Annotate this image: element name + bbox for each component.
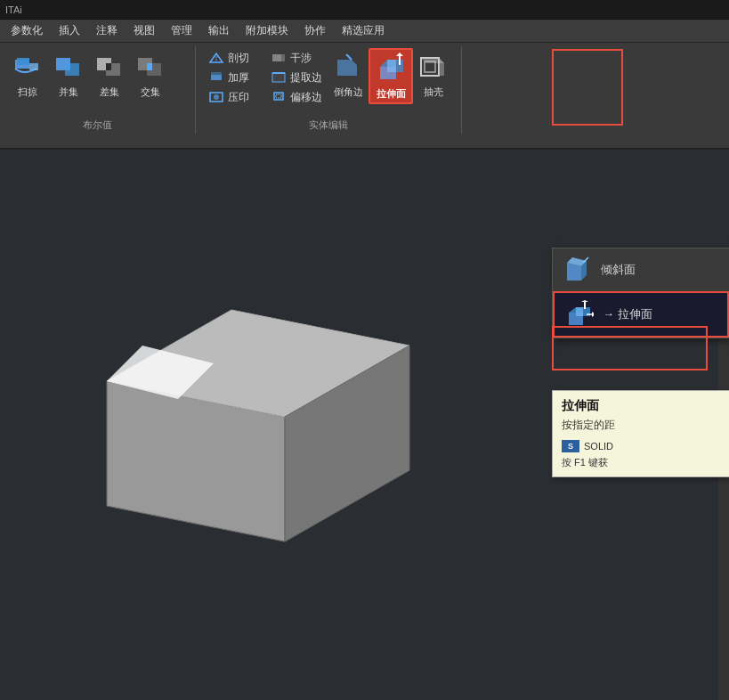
svg-rect-2 — [29, 63, 38, 70]
section-solid-edit-label: 实体编辑 — [196, 118, 461, 132]
btn-sweep[interactable]: 扫掠 — [7, 48, 48, 101]
btn-slice[interactable]: 剖切 — [203, 48, 265, 68]
svg-point-17 — [214, 94, 219, 100]
dropdown-panel: 倾斜面 → 拉伸面 — [552, 248, 729, 338]
btn-offset-edge[interactable]: 偏移边 — [265, 87, 328, 107]
btn-sweep-label: 扫掠 — [18, 85, 37, 99]
btn-thicken[interactable]: 加厚 — [203, 68, 265, 87]
menu-bar: 参数化 插入 注释 视图 管理 输出 附加模块 协作 精选应用 — [0, 20, 729, 43]
btn-imprint-label: 压印 — [228, 90, 249, 105]
menu-collaborate[interactable]: 协作 — [297, 21, 333, 40]
union-icon — [52, 50, 85, 84]
sweep-icon — [11, 50, 45, 84]
ribbon: 扫掠 并集 — [0, 43, 729, 150]
tooltip-f1: 按 F1 键获 — [562, 456, 720, 469]
slice-icon — [207, 49, 225, 67]
menu-manage[interactable]: 管理 — [164, 21, 199, 40]
svg-marker-24 — [337, 60, 357, 76]
interfere-icon — [270, 49, 288, 67]
svg-marker-52 — [592, 312, 594, 317]
svg-marker-48 — [576, 307, 583, 316]
btn-intersect[interactable]: 交集 — [130, 48, 171, 101]
extrude-face-drop-icon — [563, 298, 595, 330]
svg-rect-20 — [272, 73, 285, 82]
svg-rect-1 — [17, 58, 29, 65]
btn-chamfer-edge[interactable]: 倒角边 — [328, 48, 369, 101]
small-btns-left: 剖切 加厚 — [203, 48, 265, 107]
btn-interfere[interactable]: 干涉 — [265, 48, 328, 68]
svg-marker-50 — [581, 300, 588, 302]
3d-box — [36, 256, 481, 595]
svg-rect-19 — [278, 54, 285, 61]
btn-extract-edge-label: 提取边 — [290, 70, 322, 85]
svg-rect-5 — [56, 58, 70, 70]
tooltip-desc: 按指定的距 — [562, 418, 720, 433]
imprint-icon — [207, 88, 225, 106]
tooltip-source: S SOLID — [562, 440, 720, 452]
svg-rect-11 — [147, 63, 152, 70]
solid-source-icon: S — [562, 440, 579, 452]
tooltip-title: 拉伸面 — [562, 398, 720, 414]
dropdown-taper-label: 倾斜面 — [601, 262, 636, 278]
btn-shell-label: 抽壳 — [424, 85, 443, 99]
btn-intersect-label: 交集 — [141, 85, 160, 99]
svg-marker-31 — [396, 53, 403, 56]
btn-interfere-label: 干涉 — [290, 51, 312, 66]
svg-marker-29 — [387, 60, 396, 72]
menu-insert[interactable]: 插入 — [52, 21, 87, 40]
diff-icon — [93, 50, 126, 84]
menu-output[interactable]: 输出 — [201, 21, 237, 40]
btn-diff[interactable]: 差集 — [89, 48, 130, 101]
taper-face-icon — [562, 254, 594, 286]
extrude-face-icon — [374, 52, 408, 85]
menu-parametric[interactable]: 参数化 — [4, 21, 50, 40]
tooltip-box: 拉伸面 按指定的距 S SOLID 按 F1 键获 — [552, 390, 729, 477]
btn-diff-label: 差集 — [100, 85, 119, 99]
svg-rect-23 — [276, 94, 281, 98]
btn-slice-label: 剖切 — [228, 51, 249, 66]
dropdown-extrude-label: → 拉伸面 — [603, 306, 652, 322]
chamfer-edge-icon — [331, 50, 365, 84]
dropdown-item-taper[interactable]: 倾斜面 — [553, 248, 729, 291]
btn-extrude-face[interactable]: 拉伸面 — [369, 48, 413, 104]
svg-rect-8 — [106, 63, 111, 70]
btn-union-label: 并集 — [59, 85, 78, 99]
intersect-icon — [134, 50, 167, 84]
btn-union[interactable]: 并集 — [48, 48, 89, 101]
small-btns-right: 干涉 提取边 — [265, 48, 328, 107]
btn-thicken-label: 加厚 — [228, 70, 249, 85]
shell-icon — [417, 50, 450, 84]
menu-addons[interactable]: 附加模块 — [239, 21, 296, 40]
extract-edge-icon — [270, 69, 288, 86]
menu-annotation[interactable]: 注释 — [89, 21, 125, 40]
dropdown-item-extrude[interactable]: → 拉伸面 — [553, 291, 729, 338]
btn-shell[interactable]: 抽壳 — [413, 48, 454, 101]
section-boolean-label: 布尔值 — [0, 118, 195, 132]
menu-view[interactable]: 视图 — [126, 21, 162, 40]
tooltip-source-label: SOLID — [584, 441, 613, 452]
btn-extract-edge[interactable]: 提取边 — [265, 68, 328, 87]
btn-offset-edge-label: 偏移边 — [290, 90, 322, 105]
ribbon-section-solid-edit: 剖切 加厚 — [196, 46, 462, 134]
offset-edge-icon — [270, 88, 288, 106]
svg-line-26 — [346, 54, 352, 60]
thicken-icon — [207, 69, 225, 86]
btn-imprint[interactable]: 压印 — [203, 87, 265, 107]
svg-rect-15 — [211, 72, 222, 75]
svg-rect-14 — [211, 75, 222, 80]
title-text: ITAi — [5, 4, 22, 15]
btn-chamfer-label: 倒角边 — [334, 85, 363, 99]
btn-extrude-face-label: 拉伸面 — [377, 87, 406, 101]
ribbon-section-boolean: 扫掠 并集 — [0, 46, 196, 134]
menu-featured[interactable]: 精选应用 — [335, 21, 392, 40]
canvas-area[interactable]: 倾斜面 → 拉伸面 拉伸面 按指定的距 — [0, 150, 729, 700]
title-bar: ITAi — [0, 0, 729, 20]
